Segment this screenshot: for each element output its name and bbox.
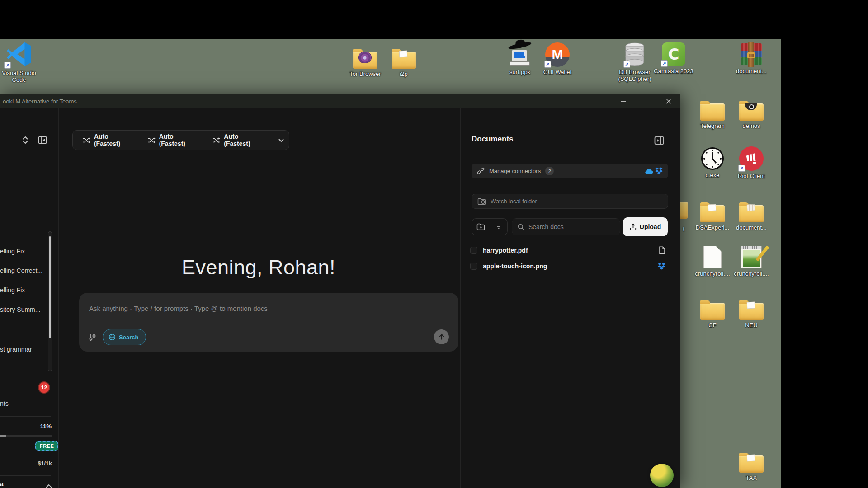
clock-icon: [701, 145, 724, 170]
folder-clock-icon: [477, 198, 486, 205]
desktop-icon-label: document...: [736, 68, 767, 75]
desktop-icon-label: i2p: [400, 70, 407, 77]
desktop-icon-label: CF: [708, 322, 716, 328]
model-selector-2[interactable]: Auto (Fastest): [142, 133, 207, 147]
desktop-icon-c-exe[interactable]: c.exe: [693, 145, 732, 178]
sidebar-item-chat[interactable]: st grammar: [0, 346, 49, 353]
vscode-icon: ↗: [5, 40, 33, 68]
scrollbar-thumb[interactable]: [49, 236, 51, 338]
desktop-icon-label: crunchyroll....: [734, 270, 769, 277]
desktop-icon-i2p[interactable]: i2p: [384, 43, 424, 77]
model-label: Auto (Fastest): [224, 133, 266, 147]
plan-badge[interactable]: FREE: [35, 441, 58, 451]
shuffle-icon: [212, 137, 220, 144]
dropbox-icon: [655, 167, 663, 175]
file-row[interactable]: harrypotter.pdf: [470, 244, 669, 257]
winrar-icon: [741, 41, 762, 66]
app-window: ookLM Alternative for Teams: [0, 94, 680, 488]
file-row[interactable]: apple-touch-icon.png: [470, 260, 669, 272]
maximize-icon: [644, 99, 648, 103]
model-selector-bar: Auto (Fastest) Auto (Fastest): [72, 130, 289, 150]
desktop-icon-gui-wallet[interactable]: M ↗ GUI Wallet: [538, 40, 577, 75]
upload-icon: [630, 223, 637, 230]
minimize-icon: [621, 101, 626, 102]
folder-plus-icon: [476, 223, 485, 230]
web-search-toggle[interactable]: Search: [103, 329, 146, 345]
minimize-button[interactable]: [612, 94, 635, 108]
sidebar-item-chat[interactable]: elling Fix: [0, 286, 49, 294]
greeting-heading: Evening, Rohan!: [59, 256, 458, 279]
desktop-icon-label: document...: [736, 224, 767, 231]
webcam-icon: [745, 103, 757, 110]
maximize-button[interactable]: [635, 94, 657, 108]
desktop-icon-camtasia[interactable]: C ↗ Camtasia 2023: [654, 40, 693, 75]
watch-local-folder-button[interactable]: Watch local folder: [472, 194, 668, 209]
desktop-icon-riot-client[interactable]: ↗ Riot Client: [731, 145, 771, 179]
profile-name[interactable]: a: [0, 480, 4, 488]
model-selector-1[interactable]: Auto (Fastest): [77, 133, 142, 147]
desktop-icon-label: c.exe: [705, 172, 719, 178]
sidebar-item-chat[interactable]: elling Correct...: [0, 267, 49, 274]
desktop-icon-hidden[interactable]: [680, 202, 688, 222]
collapse-panel-icon[interactable]: [654, 136, 664, 145]
upload-button[interactable]: Upload: [623, 217, 668, 236]
arrow-up-icon: [439, 333, 445, 340]
riot-fist-icon: ↗: [739, 145, 764, 171]
model-label: Auto (Fastest): [94, 133, 137, 147]
model-selector-3[interactable]: Auto (Fastest): [207, 133, 272, 147]
desktop-icon-surf-ppk[interactable]: surf.ppk: [500, 40, 540, 75]
notification-badge: 12: [38, 381, 50, 394]
search-icon: [518, 224, 524, 230]
tune-sliders-icon[interactable]: [89, 333, 96, 342]
folder-icon: [353, 43, 377, 69]
window-titlebar[interactable]: ookLM Alternative for Teams: [0, 94, 680, 108]
send-button[interactable]: [434, 329, 449, 344]
sidebar-item-chat[interactable]: elling Fix: [0, 248, 49, 255]
desktop-icon-label: TAX: [746, 474, 757, 481]
shortcut-arrow-icon: ↗: [4, 62, 11, 69]
shuffle-icon: [148, 137, 156, 144]
collapse-sidebar-icon[interactable]: [38, 136, 47, 145]
database-icon: ↗: [624, 40, 645, 67]
globe-sticker-icon: [650, 464, 674, 487]
desktop-icon-document-rar[interactable]: document...: [731, 41, 771, 75]
manage-connectors-row[interactable]: Manage connectors 2: [472, 164, 668, 178]
desktop-icon-cf[interactable]: CF: [693, 295, 732, 328]
sidebar-nav-item[interactable]: nts: [0, 400, 49, 407]
folder-icon: [739, 95, 764, 121]
desktop-icon-dsaexperi[interactable]: DSAExperi...: [693, 197, 732, 231]
model-label: Auto (Fastest): [159, 133, 202, 147]
desktop-icon-label: Tor Browser: [349, 70, 381, 77]
desktop-icon-tax[interactable]: TAX: [731, 447, 771, 481]
desktop-icon-label: Telegram: [700, 122, 724, 129]
folder-icon: [392, 43, 416, 69]
desktop-icon-telegram[interactable]: Telegram: [693, 95, 732, 129]
sidebar-item-chat[interactable]: sitory Summ...: [0, 306, 49, 313]
shuffle-icon: [83, 137, 90, 144]
divider: [0, 475, 51, 476]
search-docs-input[interactable]: Search docs: [512, 218, 620, 235]
prompt-input-card[interactable]: Ask anything · Type / for prompts · Type…: [79, 293, 458, 352]
desktop-icon-tor-browser[interactable]: Tor Browser: [345, 43, 385, 77]
desktop-icon-visual-studio-code[interactable]: ↗ Visual Studio Code: [0, 40, 39, 83]
desktop-icon-crunchyroll-doc[interactable]: crunchyroll....: [693, 243, 732, 277]
desktop-icon-document-folder[interactable]: document...: [731, 197, 771, 231]
desktop-icon-demos[interactable]: demos: [731, 95, 771, 129]
upload-label: Upload: [640, 223, 661, 230]
sort-expand-icon[interactable]: [22, 136, 29, 145]
desktop-icon-crunchyroll-notepad[interactable]: crunchyroll....: [731, 243, 771, 277]
chevron-down-icon[interactable]: [278, 138, 284, 142]
window-content: elling Fix elling Correct... elling Fix …: [0, 108, 680, 488]
folder-icon: [700, 197, 725, 222]
desktop-icon-db-browser[interactable]: ↗ DB Browser (SQLCipher): [615, 40, 655, 82]
file-checkbox[interactable]: [470, 247, 477, 254]
notepad-icon: [741, 243, 762, 268]
new-folder-button[interactable]: [472, 219, 490, 235]
file-checkbox[interactable]: [470, 263, 477, 270]
desktop-icon-neu[interactable]: NEU: [731, 295, 771, 328]
close-button[interactable]: [657, 94, 680, 108]
filter-button[interactable]: [490, 219, 508, 235]
folder-icon: [739, 197, 764, 222]
chevron-up-icon[interactable]: [45, 484, 52, 488]
documents-title: Documents: [472, 135, 514, 144]
